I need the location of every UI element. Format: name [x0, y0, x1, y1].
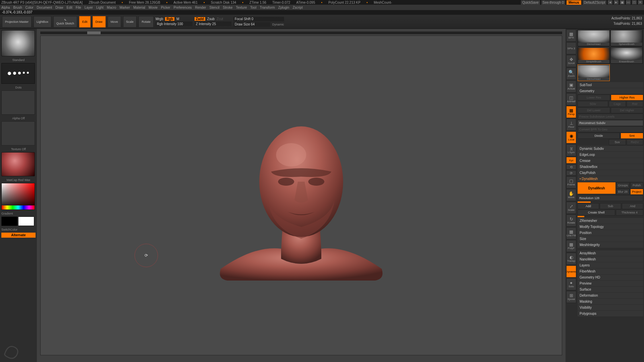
- groups-toggle[interactable]: Groups: [616, 182, 630, 188]
- persp-button[interactable]: ▦Persp: [566, 106, 576, 118]
- switch-color-button[interactable]: SwitchColor: [1, 228, 36, 231]
- menu-file[interactable]: File: [76, 6, 81, 9]
- draw-button[interactable]: Draw: [93, 16, 106, 27]
- rotate-axis-y[interactable]: ⟲: [566, 164, 576, 170]
- tool-simplebrush[interactable]: SimpleBrush: [578, 47, 610, 64]
- section-zremesher[interactable]: ZRemesher: [578, 218, 643, 224]
- section-size[interactable]: Size: [578, 236, 643, 242]
- polish-toggle[interactable]: Polish: [630, 182, 643, 188]
- canvas-viewport[interactable]: [40, 36, 562, 355]
- spix-button[interactable]: SPix 3: [566, 42, 576, 54]
- quicksave-button[interactable]: QuickSave: [521, 0, 540, 5]
- section-arraymesh[interactable]: ArrayMesh: [578, 250, 643, 256]
- lower-res-button[interactable]: Lower Res: [578, 95, 610, 101]
- convert-bpr-button[interactable]: Convert BPR To Geo: [578, 126, 643, 132]
- zsub-toggle[interactable]: Zsub: [207, 17, 215, 21]
- sub-button[interactable]: Sub: [600, 203, 621, 209]
- section-crease[interactable]: Crease: [578, 158, 643, 164]
- tool-eraserbrush[interactable]: EraserBrush: [610, 47, 643, 64]
- divide-button[interactable]: Divide: [578, 133, 620, 139]
- section-layers[interactable]: Layers: [578, 262, 643, 268]
- nav-rotate-button[interactable]: ↻Rotate: [566, 215, 576, 227]
- zoom-button[interactable]: 🔍Zoom: [566, 68, 576, 80]
- section-masking[interactable]: Masking: [578, 299, 643, 304]
- section-subtool[interactable]: SubTool: [578, 82, 643, 88]
- zadd-toggle[interactable]: Zadd: [195, 17, 205, 21]
- linefill-button[interactable]: ▦Line Fill: [566, 227, 576, 239]
- material-selector[interactable]: [1, 152, 35, 176]
- menu-layer[interactable]: Layer: [85, 6, 93, 9]
- rstr-toggle[interactable]: Rstr: [627, 101, 644, 107]
- minimize-icon[interactable]: —: [626, 0, 631, 4]
- sdiv-slider[interactable]: SDiv: [578, 101, 608, 107]
- stroke-selector[interactable]: [1, 63, 35, 84]
- section-modify-topology[interactable]: Modify Topology: [578, 224, 643, 230]
- zcut-toggle[interactable]: Zcut: [217, 17, 223, 21]
- section-fibermesh[interactable]: FiberMesh: [578, 268, 643, 274]
- menu-picker[interactable]: Picker: [161, 6, 170, 9]
- document-scroll[interactable]: [40, 32, 562, 34]
- rotate-axis-z[interactable]: ⟳: [566, 170, 576, 176]
- dynamesh-button[interactable]: DynaMesh: [578, 182, 615, 194]
- menu-light[interactable]: Light: [96, 6, 104, 9]
- solo-button[interactable]: ●Solo: [566, 278, 576, 290]
- section-geometry[interactable]: Geometry: [578, 88, 643, 94]
- section-edgeloop[interactable]: EdgeLoop: [578, 152, 643, 158]
- focal-shift-slider[interactable]: Focal Shift 0: [233, 17, 284, 21]
- blur-slider[interactable]: Blur 28: [616, 189, 629, 195]
- create-shell-button[interactable]: Create Shell: [578, 209, 615, 216]
- m-toggle[interactable]: M: [176, 17, 179, 21]
- menu-stencil[interactable]: Stencil: [209, 6, 219, 9]
- menu-texture[interactable]: Texture: [236, 6, 247, 9]
- draw-size-slider[interactable]: Draw Size 64: [233, 22, 270, 27]
- menu-marker[interactable]: Marker: [119, 6, 130, 9]
- polyf-button[interactable]: ▦PolyF: [566, 240, 576, 252]
- tool-demohead[interactable]: DemoHead: [578, 29, 610, 46]
- floor-button[interactable]: ⊥Floor: [566, 119, 576, 131]
- reconstruct-subdiv-button[interactable]: Reconstruct Subdiv: [578, 120, 643, 126]
- alternate-button[interactable]: Alternate: [1, 233, 36, 238]
- actual-button[interactable]: ▣Actual: [566, 80, 576, 93]
- section-surface[interactable]: Surface: [578, 287, 643, 292]
- section-meshintegrity[interactable]: MeshIntegrity: [578, 242, 643, 248]
- suv-toggle[interactable]: Suv: [609, 139, 626, 145]
- menu-transform[interactable]: Transform: [260, 6, 275, 9]
- menu-preferences[interactable]: Preferences: [174, 6, 192, 9]
- section-shadowbox[interactable]: ShadowBox: [578, 164, 643, 170]
- texture-selector[interactable]: [1, 121, 35, 145]
- move-button[interactable]: Move: [108, 16, 121, 27]
- nav-scale-button[interactable]: ⤢Scale: [566, 202, 576, 214]
- menu-material[interactable]: Material: [133, 6, 146, 9]
- default-script[interactable]: DefaultZScript: [583, 0, 606, 5]
- menu-movie[interactable]: Movie: [149, 6, 158, 9]
- alpha-selector[interactable]: [1, 90, 35, 115]
- collapse-icon[interactable]: ▣: [620, 0, 625, 4]
- tool-spherebrush[interactable]: SphereBrush: [610, 29, 643, 46]
- bpr-button[interactable]: ▦BPR: [566, 29, 576, 42]
- menu-render[interactable]: Render: [195, 6, 206, 9]
- scale-button[interactable]: Scale: [123, 16, 137, 27]
- frame-button[interactable]: ▢Frame: [566, 176, 576, 188]
- section-claypolish[interactable]: ClayPolish: [578, 170, 643, 176]
- del-higher-button[interactable]: Del Higher: [611, 107, 643, 113]
- menu-tool[interactable]: Tool: [250, 6, 256, 9]
- menu-document[interactable]: Document: [37, 6, 52, 9]
- projection-master-button[interactable]: Projection Master: [2, 16, 32, 27]
- local-button[interactable]: ◉Local: [566, 131, 576, 143]
- thickness-slider[interactable]: Thickness 4: [616, 209, 644, 216]
- section-deformation[interactable]: Deformation: [578, 293, 643, 298]
- menu-draw[interactable]: Draw: [55, 6, 63, 9]
- dynamic-button[interactable]: Dynamic: [566, 265, 576, 278]
- section-polygroups[interactable]: Polygroups: [578, 311, 643, 316]
- xyz-button[interactable]: Xyz: [566, 157, 576, 164]
- aahalf-button[interactable]: ◫AAHalf: [566, 93, 576, 105]
- xpose-button[interactable]: ⊞Xpose: [566, 291, 576, 303]
- secondary-color-swatch[interactable]: [1, 217, 17, 226]
- section-dynamesh[interactable]: • DynaMesh: [578, 176, 643, 182]
- layout-prev-icon[interactable]: ◄: [608, 0, 612, 4]
- z-intensity-slider[interactable]: Z Intensity 25: [195, 21, 231, 26]
- close-icon[interactable]: ✕: [638, 0, 643, 4]
- menu-stroke[interactable]: Stroke: [223, 6, 232, 9]
- section-visibility[interactable]: Visibility: [578, 305, 643, 310]
- menu-brush[interactable]: Brush: [13, 6, 22, 9]
